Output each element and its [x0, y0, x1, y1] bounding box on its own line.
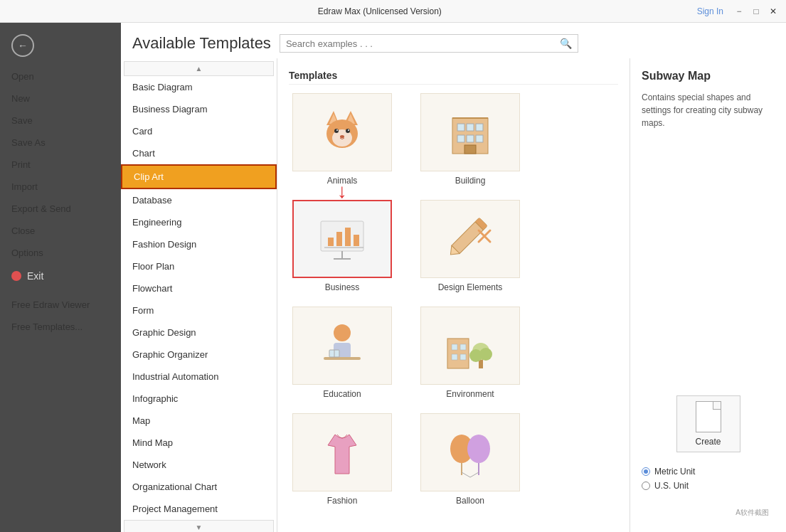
svg-rect-40: [452, 344, 457, 350]
svg-point-10: [340, 135, 344, 138]
cat-form[interactable]: Form: [121, 299, 277, 321]
watermark-container: A软件截图: [642, 499, 775, 521]
sidebar-item-save[interactable]: Save: [0, 110, 121, 132]
cat-card[interactable]: Card: [121, 120, 277, 142]
template-design-elements[interactable]: Design Elements: [417, 200, 524, 292]
svg-rect-22: [336, 232, 342, 246]
svg-rect-15: [476, 124, 483, 131]
cat-organizational-chart[interactable]: Organizational Chart: [121, 476, 277, 498]
environment-icon: [442, 317, 499, 374]
sidebar-item-save-as[interactable]: Save As: [0, 132, 121, 154]
building-icon: [442, 104, 499, 161]
back-circle-icon[interactable]: ←: [11, 34, 34, 57]
sidebar-item-print[interactable]: Print: [0, 154, 121, 176]
svg-rect-16: [457, 135, 464, 142]
svg-point-47: [479, 348, 492, 361]
cat-map[interactable]: Map: [121, 410, 277, 432]
content-area: Available Templates 🔍 ▲ Basic Diagram Bu…: [121, 23, 786, 532]
sidebar-item-free-viewer[interactable]: Free Edraw Viewer: [0, 294, 121, 316]
template-fashion[interactable]: Fashion: [289, 413, 395, 506]
cat-chart[interactable]: Chart: [121, 142, 277, 164]
scroll-down-arrow[interactable]: ▼: [124, 520, 274, 532]
svg-point-50: [467, 435, 490, 463]
template-label-environment: Environment: [446, 389, 494, 399]
template-label-building: Building: [455, 176, 486, 186]
cat-infographic[interactable]: Infographic: [121, 388, 277, 410]
svg-line-53: [470, 472, 479, 477]
template-building[interactable]: Building: [417, 93, 524, 186]
back-button[interactable]: ←: [0, 28, 121, 63]
cat-engineering[interactable]: Engineering: [121, 211, 277, 233]
cat-business-diagram[interactable]: Business Diagram: [121, 98, 277, 120]
cat-industrial-automation[interactable]: Industrial Automation: [121, 366, 277, 388]
content-columns: ▲ Basic Diagram Business Diagram Card Ch…: [121, 58, 786, 532]
sidebar-item-import[interactable]: Import: [0, 176, 121, 198]
cat-fashion-design[interactable]: Fashion Design: [121, 233, 277, 255]
svg-rect-14: [467, 124, 474, 131]
svg-point-34: [334, 324, 351, 341]
maximize-button[interactable]: □: [749, 4, 763, 18]
template-balloon[interactable]: Balloon: [417, 413, 524, 506]
animals-icon: [314, 104, 371, 161]
us-unit-label: U.S. Unit: [654, 481, 689, 491]
search-input[interactable]: [286, 38, 560, 49]
template-education[interactable]: Education: [289, 307, 395, 399]
sidebar-item-free-templates[interactable]: Free Templates...: [0, 316, 121, 338]
scroll-up-arrow[interactable]: ▲: [124, 61, 274, 76]
cat-basic-diagram[interactable]: Basic Diagram: [121, 76, 277, 98]
template-thumb-design-elements: [420, 200, 520, 278]
cat-graphic-organizer[interactable]: Graphic Organizer: [121, 344, 277, 366]
signin-link[interactable]: Sign In: [697, 6, 723, 16]
cat-floor-plan[interactable]: Floor Plan: [121, 255, 277, 277]
design-elements-icon: [442, 211, 499, 267]
sidebar-item-options[interactable]: Options: [0, 242, 121, 264]
svg-rect-21: [328, 238, 334, 246]
create-button[interactable]: Create: [676, 395, 740, 452]
template-business[interactable]: ↓: [289, 200, 395, 292]
template-label-business: Business: [325, 282, 360, 292]
us-unit-option[interactable]: U.S. Unit: [642, 481, 775, 491]
svg-rect-24: [354, 235, 359, 246]
cat-clip-art[interactable]: Clip Art: [121, 164, 277, 189]
svg-line-52: [462, 472, 470, 477]
templates-grid-container: Templates: [277, 58, 630, 532]
svg-point-6: [334, 129, 339, 133]
sidebar-item-open[interactable]: Open: [0, 65, 121, 87]
template-thumb-balloon: [420, 413, 520, 491]
document-icon: [696, 401, 721, 432]
close-button[interactable]: ✕: [766, 4, 780, 18]
sidebar-item-exit[interactable]: Exit: [0, 264, 121, 288]
sidebar: ← Open New Save Save As Print Import Exp…: [0, 23, 121, 532]
template-environment[interactable]: Environment: [417, 307, 524, 399]
sidebar-item-export[interactable]: Export & Send: [0, 198, 121, 220]
cat-graphic-design[interactable]: Graphic Design: [121, 321, 277, 344]
minimize-button[interactable]: −: [732, 4, 746, 18]
app-body: ← Open New Save Save As Print Import Exp…: [0, 23, 786, 532]
business-icon: [314, 211, 371, 267]
cat-mind-map[interactable]: Mind Map: [121, 432, 277, 454]
cat-project-management[interactable]: Project Management: [121, 498, 277, 520]
fashion-icon: [314, 424, 371, 481]
templates-header: Available Templates 🔍: [121, 23, 786, 58]
svg-rect-17: [467, 135, 474, 142]
cat-database[interactable]: Database: [121, 189, 277, 211]
template-label-fashion: Fashion: [327, 496, 358, 506]
template-thumb-education: [292, 307, 392, 385]
svg-rect-19: [464, 145, 476, 154]
svg-rect-39: [447, 339, 469, 368]
metric-unit-option[interactable]: Metric Unit: [642, 467, 775, 477]
panel-title: Subway Map: [642, 70, 775, 83]
search-icon: 🔍: [560, 38, 572, 49]
svg-rect-13: [457, 124, 464, 131]
metric-unit-label: Metric Unit: [654, 467, 695, 477]
sidebar-item-new[interactable]: New: [0, 87, 121, 110]
window-controls: − □ ✕: [732, 4, 780, 18]
metric-radio-circle: [642, 467, 650, 476]
template-label-balloon: Balloon: [456, 496, 484, 506]
svg-rect-23: [345, 228, 351, 246]
sidebar-item-close[interactable]: Close: [0, 220, 121, 242]
template-animals[interactable]: Animals: [289, 93, 395, 186]
template-label-education: Education: [323, 389, 361, 399]
cat-flowchart[interactable]: Flowchart: [121, 277, 277, 299]
cat-network[interactable]: Network: [121, 454, 277, 476]
